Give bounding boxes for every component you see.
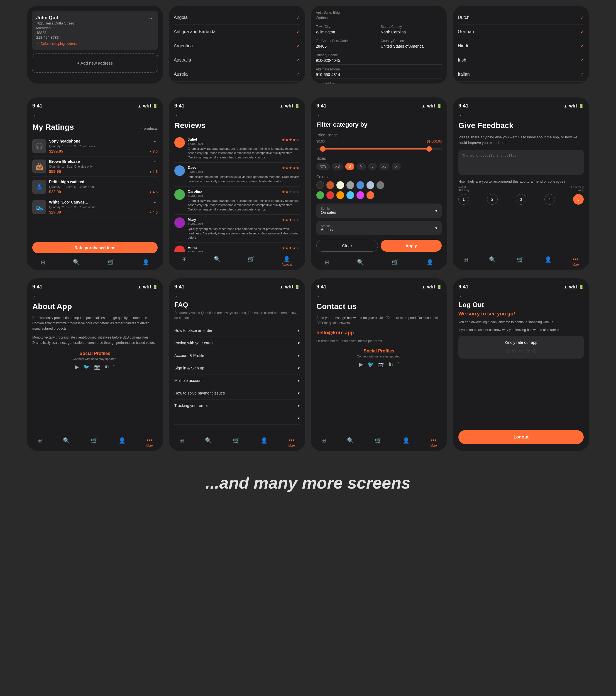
nav-search-ratings[interactable]: 🔍: [71, 258, 82, 267]
nav-cart-reviews[interactable]: 🛒: [246, 255, 257, 267]
faq-item-6[interactable]: Tracking your order ▾: [174, 399, 300, 412]
country-item-antigua[interactable]: Antigua and Barbuda ✓: [174, 25, 300, 39]
facebook-icon[interactable]: f: [113, 364, 115, 370]
youtube-icon-c[interactable]: ▶: [359, 361, 363, 367]
size-m[interactable]: M: [357, 163, 366, 170]
nav-profile-fb[interactable]: 👤: [542, 255, 554, 267]
more-btn-3[interactable]: ···: [154, 200, 158, 205]
nav-cart-filter[interactable]: 🛒: [390, 258, 401, 267]
price-thumb-right[interactable]: [426, 146, 432, 152]
star-4[interactable]: ☆: [525, 347, 530, 354]
nav-home-fb[interactable]: ⊞: [461, 255, 470, 267]
lang-irish[interactable]: Irish ✓: [458, 53, 584, 67]
nav-profile-about[interactable]: 👤: [116, 436, 128, 448]
nav-more-contact[interactable]: •••More: [428, 436, 439, 448]
lang-german[interactable]: German ✓: [458, 25, 584, 39]
size-xl[interactable]: XL: [379, 163, 390, 170]
country-item-austria[interactable]: Austria ✓: [174, 67, 300, 82]
country-item-argentina[interactable]: Argentina ✓: [174, 39, 300, 53]
add-address-button[interactable]: + Add new address: [32, 53, 158, 73]
star-2[interactable]: ☆: [512, 347, 517, 354]
nav-home-ratings[interactable]: ⊞: [38, 258, 48, 267]
nav-search-reviews[interactable]: 🔍: [212, 255, 223, 267]
nav-more-faq[interactable]: •••More: [286, 436, 297, 448]
nav-search-fb[interactable]: 🔍: [487, 255, 498, 267]
country-item-angola[interactable]: Angola ✓: [174, 11, 300, 25]
nav-home-contact[interactable]: ⊞: [319, 436, 328, 448]
nav-search-about[interactable]: 🔍: [61, 436, 72, 448]
nav-cart-about[interactable]: 🛒: [89, 436, 100, 448]
twitter-icon[interactable]: 🐦: [83, 364, 90, 370]
twitter-icon-c[interactable]: 🐦: [368, 361, 374, 367]
facebook-icon-c[interactable]: f: [397, 361, 399, 367]
color-black[interactable]: [316, 181, 324, 189]
color-lightblue[interactable]: [366, 181, 374, 189]
color-rust[interactable]: [326, 181, 334, 189]
lang-hindi[interactable]: Hindi ✓: [458, 39, 584, 53]
color-purple[interactable]: [357, 191, 364, 199]
nav-more-about[interactable]: •••More: [144, 436, 155, 448]
nav-profile-ratings[interactable]: 👤: [140, 258, 152, 267]
star-3[interactable]: ☆: [519, 347, 523, 354]
faq-item-5[interactable]: How to solve payment issues ▾: [174, 387, 300, 399]
size-x[interactable]: X: [392, 163, 401, 170]
nav-profile-contact[interactable]: 👤: [400, 436, 412, 448]
price-thumb-left[interactable]: [320, 146, 326, 152]
brands-dropdown[interactable]: Brands Adidas ▾: [316, 221, 442, 235]
nav-search-contact[interactable]: 🔍: [345, 436, 356, 448]
lang-japanese[interactable]: Japanese ✓: [458, 82, 584, 83]
likelihood-5[interactable]: 5: [573, 194, 584, 205]
lang-dutch[interactable]: Dutch ✓: [458, 11, 584, 25]
back-arrow-filter[interactable]: ←: [316, 111, 442, 118]
size-s[interactable]: S: [345, 163, 354, 170]
nav-home-faq[interactable]: ⊞: [177, 436, 186, 448]
faq-item-0[interactable]: How to place an order ▾: [174, 325, 300, 337]
nav-cart-contact[interactable]: 🛒: [373, 436, 384, 448]
nav-search-faq[interactable]: 🔍: [203, 436, 214, 448]
color-red[interactable]: [326, 191, 334, 199]
likelihood-1[interactable]: 1: [458, 194, 469, 205]
likelihood-3[interactable]: 3: [516, 194, 526, 205]
back-arrow-logout[interactable]: ←: [458, 292, 584, 299]
contact-email[interactable]: hello@kore.app: [316, 330, 442, 336]
instagram-icon[interactable]: 📷: [94, 364, 100, 370]
faq-item-2[interactable]: Account & Profile ▾: [174, 349, 300, 362]
more-btn-0[interactable]: ···: [154, 139, 158, 144]
back-arrow-reviews[interactable]: ←: [174, 111, 300, 118]
color-darkgrey[interactable]: [377, 181, 384, 189]
nav-more-fb[interactable]: •••More: [570, 255, 581, 267]
back-arrow-contact[interactable]: ←: [316, 292, 442, 299]
back-arrow-faq[interactable]: ←: [174, 292, 300, 299]
rate-purchased-btn[interactable]: Rate purchased item: [32, 242, 158, 253]
color-green[interactable]: [316, 191, 324, 199]
color-blue[interactable]: [357, 181, 364, 189]
nav-profile-filter[interactable]: 👤: [424, 258, 436, 267]
size-l[interactable]: L: [368, 163, 377, 170]
color-orange[interactable]: [336, 191, 344, 199]
size-xxs[interactable]: XXS: [316, 163, 330, 170]
star-5[interactable]: ☆: [532, 347, 537, 354]
likelihood-4[interactable]: 4: [544, 194, 555, 205]
nav-cart-faq[interactable]: 🛒: [231, 436, 242, 448]
country-item-australia[interactable]: Australia ✓: [174, 53, 300, 67]
apply-button[interactable]: Apply: [381, 240, 442, 252]
nav-profile-faq[interactable]: 👤: [258, 436, 270, 448]
feedback-textarea[interactable]: [458, 150, 584, 175]
faq-item-7[interactable]: ▾: [174, 412, 300, 425]
faq-item-4[interactable]: Multiple accounts ▾: [174, 375, 300, 387]
color-grey[interactable]: [346, 181, 354, 189]
faq-item-1[interactable]: Paying with your cards ▾: [174, 337, 300, 349]
likelihood-2[interactable]: 2: [487, 194, 497, 205]
logout-button[interactable]: Logout: [458, 430, 584, 444]
nav-home-reviews[interactable]: ⊞: [180, 255, 189, 267]
size-xs[interactable]: XS: [332, 163, 343, 170]
color-sky[interactable]: [346, 191, 354, 199]
nav-cart-ratings[interactable]: 🛒: [106, 258, 117, 267]
clear-button[interactable]: Clear: [316, 240, 378, 252]
lang-italian[interactable]: Italian ✓: [458, 67, 584, 82]
linkedin-icon[interactable]: in: [105, 364, 109, 370]
color-salmon[interactable]: [366, 191, 374, 199]
faq-item-3[interactable]: Sign in & Sign up ▾: [174, 362, 300, 375]
more-btn-2[interactable]: ···: [154, 179, 158, 185]
nav-search-filter[interactable]: 🔍: [355, 258, 366, 267]
